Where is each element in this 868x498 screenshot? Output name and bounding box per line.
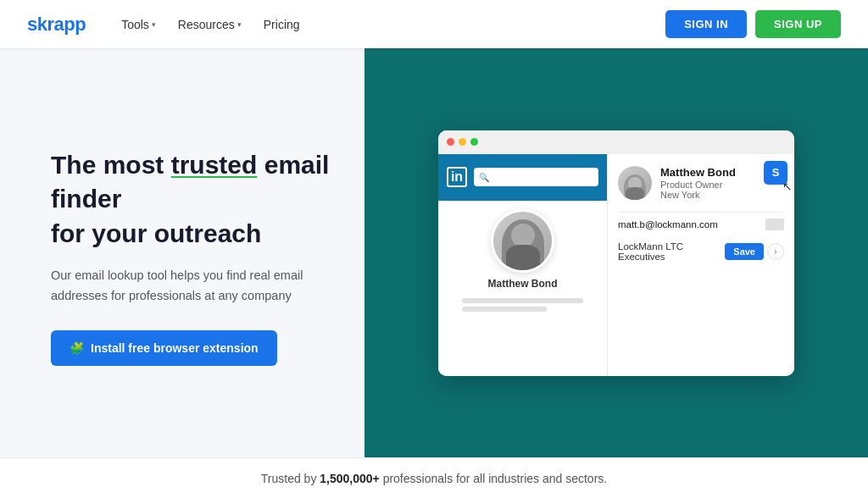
hero-section: The most trusted email finder for your o… <box>0 48 868 457</box>
footer-bar: Trusted by 1,500,000+ professionals for … <box>0 457 868 498</box>
browser-dot-red <box>447 138 454 146</box>
chevron-down-icon: ▾ <box>237 20 242 29</box>
nav-resources[interactable]: Resources ▾ <box>170 13 250 36</box>
linkedin-icon: in <box>447 167 467 187</box>
popup-header: Matthew Bond Product Owner New York <box>618 166 784 200</box>
email-address: matt.b@lockmann.com <box>618 219 718 230</box>
cursor-icon: ↖ <box>782 180 793 193</box>
nav-pricing[interactable]: Pricing <box>255 13 309 36</box>
hero-title-underline: trusted <box>171 151 258 179</box>
profile-lines <box>462 298 583 312</box>
linkedin-header: in 🔍 <box>438 154 607 201</box>
chevron-right-icon[interactable]: › <box>767 243 784 260</box>
puzzle-icon: 🧩 <box>70 341 84 355</box>
browser-dot-green <box>470 138 478 146</box>
copy-icon[interactable] <box>765 219 784 230</box>
install-extension-button[interactable]: 🧩 Install free browser extension <box>51 330 277 366</box>
list-name: LockMann LTC Executives <box>618 241 725 262</box>
linkedin-panel: in 🔍 Matthew Bond <box>438 154 608 376</box>
nav-links: Tools ▾ Resources ▾ Pricing <box>113 13 665 36</box>
linkedin-search[interactable]: 🔍 <box>474 168 598 186</box>
contact-location: New York <box>660 190 784 200</box>
hero-title: The most trusted email finder for your o… <box>51 148 331 252</box>
avatar-large <box>491 209 554 273</box>
navbar: skrapp Tools ▾ Resources ▾ Pricing SIGN … <box>0 0 868 48</box>
hero-right: in 🔍 Matthew Bond <box>364 48 868 457</box>
browser-content: in 🔍 Matthew Bond <box>438 154 794 376</box>
browser-mockup: in 🔍 Matthew Bond <box>438 130 794 376</box>
hero-subtitle: Our email lookup tool helps you find rea… <box>51 266 305 307</box>
email-popup: S ↖ Matthew Bond Product Owner <box>608 154 794 376</box>
save-button[interactable]: Save <box>725 243 764 260</box>
profile-line <box>462 307 547 312</box>
list-row: LockMann LTC Executives Save › <box>618 236 784 267</box>
email-row: matt.b@lockmann.com <box>618 212 784 236</box>
signup-button[interactable]: SIGN UP <box>755 10 841 38</box>
logo[interactable]: skrapp <box>27 14 86 36</box>
footer-text: Trusted by 1,500,000+ professionals for … <box>261 472 607 485</box>
chevron-down-icon: ▾ <box>152 20 156 29</box>
hero-left: The most trusted email finder for your o… <box>0 48 364 457</box>
avatar-small <box>618 166 652 200</box>
signin-button[interactable]: SIGN IN <box>665 10 747 38</box>
profile-name: Matthew Bond <box>488 278 558 290</box>
profile-section: Matthew Bond <box>438 201 607 320</box>
browser-dot-yellow <box>459 138 466 146</box>
search-icon: 🔍 <box>479 173 489 182</box>
nav-tools[interactable]: Tools ▾ <box>113 13 164 36</box>
browser-topbar <box>438 130 794 154</box>
nav-actions: SIGN IN SIGN UP <box>665 10 841 38</box>
profile-line <box>462 298 583 303</box>
